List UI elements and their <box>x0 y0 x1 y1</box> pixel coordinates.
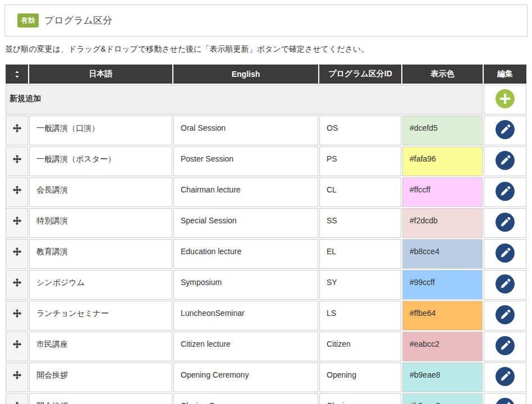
japanese-name-cell: 教育講演 <box>29 239 172 269</box>
edit-button[interactable] <box>496 120 515 139</box>
japanese-name-cell: シンポジウム <box>29 270 172 300</box>
english-name-cell: Poster Session <box>173 146 318 176</box>
drag-handle[interactable] <box>6 393 28 404</box>
drag-handle[interactable] <box>6 146 28 176</box>
pencil-icon <box>496 225 515 233</box>
category-id-cell: LS <box>319 301 401 330</box>
page-title: プログラム区分 <box>44 14 112 27</box>
column-header-display-color: 表示色 <box>402 65 483 84</box>
move-arrows-icon <box>12 126 22 135</box>
english-name-cell: Closing Ceremony <box>173 393 318 404</box>
add-button[interactable] <box>496 89 515 108</box>
table-row: 閉会挨拶 Closing Ceremony Closing #b9eae8 <box>6 393 526 404</box>
japanese-name-cell: 特別講演 <box>29 208 172 238</box>
display-color-cell: #ffbe64 <box>402 301 483 330</box>
display-color-cell: #b9eae8 <box>402 362 483 392</box>
program-category-page: 有効 プログラム区分 並び順の変更は、ドラッグ&ドロップで移動させた後に「表示順… <box>0 0 532 404</box>
move-arrows-icon <box>12 187 22 196</box>
english-name-cell: Oral Session <box>173 116 318 145</box>
sort-order-column-header[interactable] <box>6 65 28 84</box>
table-row: 開会挨拶 Opening Ceremony Opening #b9eae8 <box>6 362 526 392</box>
category-id-cell: OS <box>319 116 401 145</box>
drag-handle[interactable] <box>6 362 28 392</box>
japanese-name-cell: 閉会挨拶 <box>29 393 172 404</box>
sort-updown-icon <box>13 70 21 79</box>
japanese-name-cell: 一般講演（ポスター） <box>29 146 172 176</box>
display-color-cell: #dcefd5 <box>402 116 483 145</box>
page-header: 有効 プログラム区分 <box>4 4 528 36</box>
table-row: 特別講演 Special Session SS #f2dcdb <box>6 208 526 238</box>
edit-button[interactable] <box>496 367 515 386</box>
display-color-cell: #ffccff <box>402 177 483 207</box>
drag-handle[interactable] <box>6 301 28 330</box>
category-id-cell: CL <box>319 177 401 207</box>
status-badge: 有効 <box>17 13 39 27</box>
column-header-japanese: 日本語 <box>29 65 172 84</box>
display-color-cell: #fafa96 <box>402 146 483 176</box>
display-color-cell: #b8cce4 <box>402 239 483 269</box>
japanese-name-cell: 会長講演 <box>29 177 172 207</box>
table-row: 一般講演（口演） Oral Session OS #dcefd5 <box>6 116 526 145</box>
drag-handle[interactable] <box>6 177 28 207</box>
edit-button[interactable] <box>496 336 515 355</box>
column-header-category-id: プログラム区分ID <box>319 65 401 84</box>
move-arrows-icon <box>12 280 22 289</box>
drag-handle[interactable] <box>6 239 28 269</box>
table-row: 市民講座 Citizen lecture Citizen #eabcc2 <box>6 332 526 361</box>
drag-handle[interactable] <box>6 208 28 238</box>
japanese-name-cell: 開会挨拶 <box>29 362 172 392</box>
english-name-cell: Citizen lecture <box>173 332 318 361</box>
category-id-cell: SY <box>319 270 401 300</box>
move-arrows-icon <box>12 373 22 382</box>
edit-button[interactable] <box>496 151 515 170</box>
edit-button[interactable] <box>496 305 515 324</box>
edit-button[interactable] <box>496 213 515 232</box>
pencil-icon <box>496 132 515 141</box>
table-row: 一般講演（ポスター） Poster Session PS #fafa96 <box>6 146 526 176</box>
japanese-name-cell: ランチョンセミナー <box>29 301 172 330</box>
new-entry-row: 新規追加 <box>6 85 526 114</box>
category-id-cell: Opening <box>319 362 401 392</box>
program-category-table: 日本語 English プログラム区分ID 表示色 編集 新規追加 <box>4 63 528 404</box>
display-color-cell: #99ccff <box>402 270 483 300</box>
category-id-cell: EL <box>319 239 401 269</box>
english-name-cell: LuncheonSeminar <box>173 301 318 330</box>
move-arrows-icon <box>12 157 22 166</box>
move-arrows-icon <box>12 249 22 258</box>
drag-handle[interactable] <box>6 116 28 145</box>
pencil-icon <box>496 194 515 203</box>
category-id-cell: SS <box>319 208 401 238</box>
sort-instruction-text: 並び順の変更は、ドラッグ&ドロップで移動させた後に「表示順更新」ボタンで確定させ… <box>5 44 528 54</box>
table-header: 日本語 English プログラム区分ID 表示色 編集 <box>6 65 526 84</box>
plus-icon <box>496 102 515 110</box>
drag-handle[interactable] <box>6 270 28 300</box>
edit-button[interactable] <box>496 274 515 293</box>
pencil-icon <box>496 379 515 388</box>
pencil-icon <box>496 163 515 172</box>
move-arrows-icon <box>12 342 22 351</box>
english-name-cell: Chairman lecture <box>173 177 318 207</box>
display-color-cell: #b9eae8 <box>402 393 483 404</box>
category-id-cell: Citizen <box>319 332 401 361</box>
table-row: 教育講演 Education lecture EL #b8cce4 <box>6 239 526 269</box>
edit-button[interactable] <box>496 244 515 263</box>
column-header-english: English <box>173 65 318 84</box>
column-header-edit: 編集 <box>484 65 526 84</box>
drag-handle[interactable] <box>6 332 28 361</box>
pencil-icon <box>496 256 515 264</box>
edit-button[interactable] <box>496 182 515 201</box>
display-color-cell: #eabcc2 <box>402 332 483 361</box>
category-id-cell: Closing <box>319 393 401 404</box>
japanese-name-cell: 一般講演（口演） <box>29 116 172 145</box>
japanese-name-cell: 市民講座 <box>29 332 172 361</box>
category-id-cell: PS <box>319 146 401 176</box>
table-row: 会長講演 Chairman lecture CL #ffccff <box>6 177 526 207</box>
english-name-cell: Opening Ceremony <box>173 362 318 392</box>
table-row: シンポジウム Symposium SY #99ccff <box>6 270 526 300</box>
move-arrows-icon <box>12 311 22 320</box>
new-entry-label: 新規追加 <box>6 85 483 114</box>
table-row: ランチョンセミナー LuncheonSeminar LS #ffbe64 <box>6 301 526 330</box>
edit-button[interactable] <box>496 398 515 404</box>
pencil-icon <box>496 348 515 357</box>
pencil-icon <box>496 318 515 326</box>
